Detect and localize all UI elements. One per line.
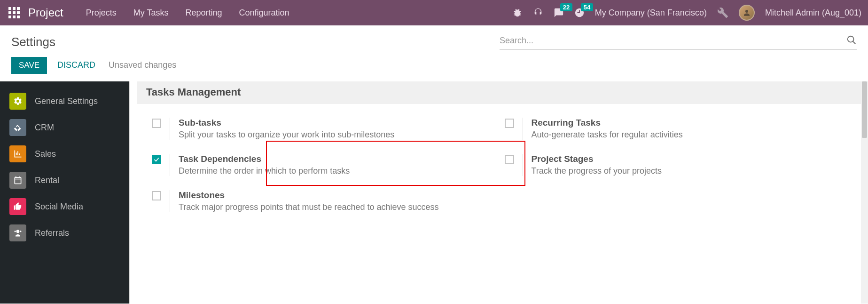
top-navbar: Project Projects My Tasks Reporting Conf… — [0, 0, 868, 25]
setting-title: Sub-tasks — [179, 118, 485, 128]
sidebar-item-rental[interactable]: Rental — [0, 167, 129, 193]
checkbox-sub-tasks[interactable] — [152, 119, 161, 128]
sidebar-item-referrals[interactable]: Referrals — [0, 220, 129, 246]
svg-point-1 — [848, 36, 854, 42]
setting-project-stages: Project Stages Track the progress of you… — [499, 154, 852, 176]
sidebar-item-label: Social Media — [35, 202, 83, 212]
search-input[interactable] — [500, 34, 846, 48]
activities-badge: 54 — [581, 3, 593, 11]
messages-badge: 22 — [560, 3, 572, 11]
checkbox-milestones[interactable] — [152, 191, 161, 200]
username[interactable]: Mitchell Admin (Aug_001) — [765, 8, 861, 18]
sidebar-item-crm[interactable]: CRM — [0, 114, 129, 141]
sidebar-item-sales[interactable]: Sales — [0, 141, 129, 167]
main-content: Tasks Management Sub-tasks Split your ta… — [129, 81, 868, 304]
checkbox-recurring-tasks[interactable] — [505, 119, 514, 128]
sidebar-item-label: General Settings — [35, 96, 98, 106]
setting-title: Milestones — [179, 190, 485, 200]
setting-sub-tasks: Sub-tasks Split your tasks to organize y… — [146, 118, 499, 140]
setting-desc: Split your tasks to organize your work i… — [179, 130, 485, 140]
nav-item-configuration[interactable]: Configuration — [230, 4, 297, 22]
page-title: Settings — [11, 35, 500, 49]
people-icon — [9, 224, 26, 241]
setting-title: Project Stages — [532, 154, 838, 164]
gear-icon — [9, 93, 26, 110]
setting-desc: Determine the order in which to perform … — [179, 166, 485, 176]
avatar[interactable] — [739, 5, 755, 21]
support-icon[interactable] — [533, 8, 543, 18]
navbar-brand[interactable]: Project — [28, 6, 63, 19]
setting-task-dependencies: Task Dependencies Determine the order in… — [146, 154, 499, 176]
sidebar-item-label: Sales — [35, 149, 56, 159]
nav-item-projects[interactable]: Projects — [78, 4, 125, 22]
clock-icon[interactable]: 54 — [574, 8, 585, 18]
setting-desc: Track major progress points that must be… — [179, 202, 485, 212]
svg-line-2 — [853, 41, 856, 44]
save-button[interactable]: SAVE — [11, 57, 47, 74]
search-box[interactable] — [500, 34, 857, 50]
navbar-right: 22 54 My Company (San Francisco) Mitchel… — [512, 5, 861, 21]
setting-desc: Auto-generate tasks for regular activiti… — [532, 130, 838, 140]
sidebar-item-label: CRM — [35, 123, 54, 133]
unsaved-indicator: Unsaved changes — [109, 60, 176, 70]
setting-title: Task Dependencies — [179, 154, 485, 164]
checkbox-project-stages[interactable] — [505, 155, 514, 164]
sidebar-item-general-settings[interactable]: General Settings — [0, 88, 129, 114]
settings-grid: Sub-tasks Split your tasks to organize y… — [137, 104, 861, 226]
messages-icon[interactable]: 22 — [554, 8, 564, 18]
discard-button[interactable]: DISCARD — [54, 56, 99, 74]
sidebar-item-social-media[interactable]: Social Media — [0, 193, 129, 220]
navbar-menu: Projects My Tasks Reporting Configuratio… — [78, 4, 298, 22]
search-icon[interactable] — [846, 35, 857, 47]
thumbs-up-icon — [9, 198, 26, 215]
setting-recurring-tasks: Recurring Tasks Auto-generate tasks for … — [499, 118, 852, 140]
checkbox-task-dependencies[interactable] — [152, 155, 161, 164]
nav-item-my-tasks[interactable]: My Tasks — [125, 4, 177, 22]
sidebar-item-label: Rental — [35, 176, 59, 185]
nav-item-reporting[interactable]: Reporting — [177, 4, 230, 22]
setting-title: Recurring Tasks — [532, 118, 838, 128]
page-header: Settings — [0, 25, 868, 54]
handshake-icon — [9, 119, 26, 136]
setting-milestones: Milestones Track major progress points t… — [146, 190, 499, 212]
chart-icon — [9, 145, 26, 162]
calendar-icon — [9, 172, 26, 189]
apps-icon[interactable] — [8, 7, 20, 18]
bug-icon[interactable] — [512, 8, 523, 18]
main-scrollbar[interactable] — [861, 81, 868, 304]
action-bar: SAVE DISCARD Unsaved changes — [0, 54, 868, 81]
sidebar-item-label: Referrals — [35, 228, 69, 238]
company-selector[interactable]: My Company (San Francisco) — [595, 8, 707, 18]
settings-sidebar: General Settings CRM Sales Rental Social… — [0, 81, 129, 304]
svg-point-0 — [745, 10, 748, 13]
setting-desc: Track the progress of your projects — [532, 166, 838, 176]
body-wrap: General Settings CRM Sales Rental Social… — [0, 81, 868, 304]
section-header: Tasks Management — [137, 81, 861, 104]
developer-tools-icon[interactable] — [717, 7, 728, 18]
